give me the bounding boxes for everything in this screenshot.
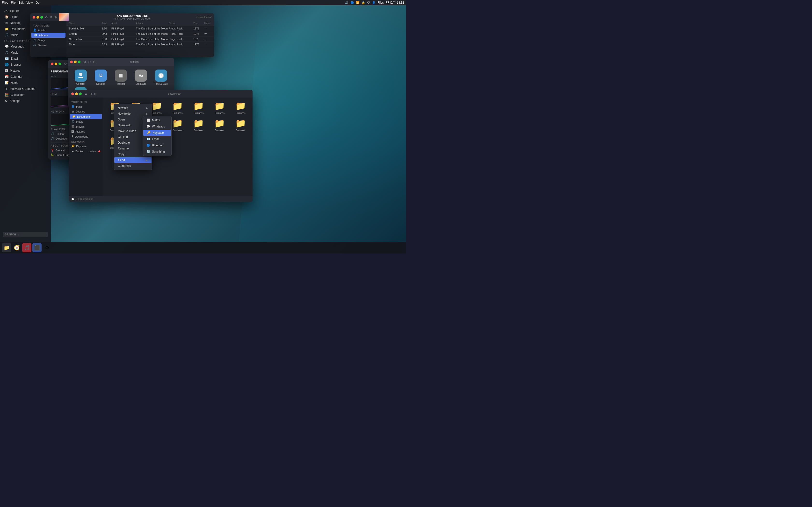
pictures-icon: 🖼 — [5, 69, 8, 72]
svg-point-3 — [79, 73, 83, 76]
fm-maximize-button[interactable] — [79, 93, 82, 95]
taskbar-browser-icon: 🧭 — [14, 245, 20, 250]
gear-icon[interactable]: ⚙ — [45, 15, 48, 19]
fm-nav-fwd[interactable]: ⊕ — [94, 92, 97, 96]
sysmon-maximize-button[interactable] — [58, 62, 61, 65]
send-bluetooth[interactable]: 🔵 Bluetooth — [143, 142, 171, 149]
list-item[interactable]: 📁Business — [231, 100, 250, 115]
list-item[interactable]: 📁Business — [168, 100, 187, 115]
music-genres[interactable]: 🎶 Genres — [30, 43, 66, 48]
menubar-left: Files File Edit View Go — [2, 1, 39, 4]
ctx-compress[interactable]: Compress — [114, 163, 152, 169]
fm-item-documents[interactable]: 📁 Documents — [70, 114, 102, 119]
send-email[interactable]: 📧 Email — [143, 136, 171, 142]
settings-language[interactable]: Aa Language — [132, 69, 150, 85]
music-close-button[interactable] — [33, 16, 35, 18]
list-item[interactable]: 📁Business — [210, 117, 229, 133]
list-item[interactable]: 📁Business — [189, 100, 208, 115]
table-row[interactable]: Time 6:53 Pink Floyd The Dark Side of th… — [66, 42, 214, 47]
settings-desktop[interactable]: 🖥 Desktop — [92, 69, 110, 85]
fm-minimize-button[interactable] — [75, 93, 78, 95]
taskbar-window[interactable]: ⬛ — [33, 243, 42, 252]
taskbar-settings[interactable]: ⚙ — [43, 243, 52, 252]
settings-time-date[interactable]: 🕐 Time & Date — [152, 69, 170, 85]
search-input[interactable] — [3, 232, 48, 237]
menu-file[interactable]: File — [11, 1, 15, 4]
sidebar-browser-label: Browser — [11, 63, 21, 66]
table-row[interactable]: Speak to Me 1:30 Pink Floyd The Dark Sid… — [66, 26, 214, 31]
fm-gear-icon[interactable]: ⚙ — [85, 92, 88, 96]
settings-general[interactable]: General — [71, 69, 90, 85]
fm-item-pictures[interactable]: 🖼 Pictures — [69, 129, 103, 134]
genres-icon: 🎶 — [33, 44, 37, 47]
table-row[interactable]: Breath 2:43 Pink Floyd The Dark Side of … — [66, 31, 214, 37]
shield-icon: 🛡 — [367, 1, 370, 4]
send-syncthing[interactable]: 🔄 Syncthing — [143, 149, 171, 155]
menu-view[interactable]: View — [27, 1, 33, 4]
sidebar-item-software-updates[interactable]: ⬆ Software & Updates — [1, 86, 50, 92]
fm-item-music[interactable]: 🎵 Music — [69, 119, 103, 124]
sysmon-gear-icon[interactable]: ⚙ — [64, 62, 67, 66]
sidebar-item-calendar[interactable]: 📅 Calendar — [1, 74, 50, 80]
your-files-label: YOUR FILES — [0, 8, 51, 14]
sidebar-item-browser[interactable]: 🌐 Browser — [1, 62, 50, 68]
fm-item-movies[interactable]: 🎬 Movies — [69, 124, 103, 129]
filemanager-statusbar: 💾 65GB remaining — [69, 196, 253, 202]
prev-icon[interactable]: ⊖ — [50, 15, 52, 19]
settings-close-button[interactable] — [70, 61, 73, 63]
settings-nav-fwd[interactable]: ⊕ — [93, 60, 95, 64]
music-minimize-button[interactable] — [37, 16, 39, 18]
send-whatsapp[interactable]: 💬 Whatsapp — [143, 123, 171, 130]
settings-maximize-button[interactable] — [78, 61, 81, 63]
ctx-send-arrow: ▶ — [146, 159, 148, 162]
fm-item-backup[interactable]: ☁ Backup 10 days — [69, 149, 103, 154]
fm-nav-back[interactable]: ⊖ — [89, 92, 92, 96]
music-songs[interactable]: 🎵 Songs — [30, 38, 66, 43]
music-sidebar: YOUR MUSIC 👤 Artists 💿 Albums 🎵 Songs 🎶 … — [30, 21, 66, 57]
fm-documents-icon: 📁 — [72, 115, 75, 118]
fm-item-keybase[interactable]: 🔑 Keybase — [69, 144, 103, 149]
documents-icon: 📁 — [5, 27, 9, 31]
desktop-label: Desktop — [96, 82, 105, 85]
folder-icon: 📁 — [214, 101, 225, 111]
list-item[interactable]: 📁Business — [210, 100, 229, 115]
settings-nav-back[interactable]: ⊖ — [88, 60, 91, 64]
send-submenu: ⬜ Matrix 💬 Whatsapp 🔑 Keybase 📧 Email 🔵 … — [143, 116, 171, 156]
ctx-send[interactable]: Send ▶ — [114, 157, 152, 163]
oldschool-icon: 🎵 — [51, 137, 54, 140]
music-maximize-button[interactable] — [40, 16, 43, 18]
sidebar-item-calculator[interactable]: 🧮 Calculator — [1, 92, 50, 98]
send-matrix[interactable]: ⬜ Matrix — [143, 117, 171, 123]
list-item[interactable]: 📁Business — [231, 117, 250, 133]
music-albums[interactable]: 💿 Albums — [31, 33, 65, 38]
calendar-icon: 📅 — [5, 75, 9, 78]
music-artists[interactable]: 👤 Artists — [30, 27, 66, 33]
ctx-new-file[interactable]: New file ▶ — [114, 105, 152, 111]
language-settings-icon: Aa — [135, 69, 147, 81]
music-icon: 🎵 — [5, 33, 9, 37]
menu-go[interactable]: Go — [36, 1, 39, 4]
taskbar-files[interactable]: 📁 — [2, 243, 11, 252]
settings-gear-icon[interactable]: ⚙ — [83, 60, 86, 64]
sysmon-close-button[interactable] — [51, 62, 53, 65]
send-keybase[interactable]: 🔑 Keybase — [143, 130, 171, 136]
sidebar-item-notes[interactable]: 📝 Notes — [1, 80, 50, 86]
settings-minimize-button[interactable] — [74, 61, 77, 63]
fm-item-desktop[interactable]: 🖥 Desktop — [69, 109, 103, 114]
settings-taskbar[interactable]: ⬜ Taskbar — [112, 69, 130, 85]
table-row[interactable]: On The Run 3:30 Pink Floyd The Dark Side… — [66, 37, 214, 42]
list-item[interactable]: 📁Business — [189, 117, 208, 133]
fm-item-downloads[interactable]: ⬇ Downloads — [69, 134, 103, 139]
next-icon[interactable]: ⊕ — [54, 15, 57, 19]
syncthing-icon: 🔄 — [146, 150, 150, 154]
menu-edit[interactable]: Edit — [18, 1, 24, 4]
fm-item-franz[interactable]: 👤 franz — [69, 104, 103, 109]
menu-files[interactable]: Files — [2, 1, 8, 4]
fm-close-button[interactable] — [71, 93, 74, 95]
sidebar-item-pictures[interactable]: 🖼 Pictures — [1, 68, 50, 74]
sidebar-item-settings[interactable]: ⚙ Settings — [1, 98, 50, 104]
taskbar-music[interactable]: 🎵 — [22, 243, 32, 252]
taskbar-browser[interactable]: 🧭 — [12, 243, 21, 252]
taskbar-settings-icon: ⚙ — [45, 245, 49, 250]
sysmon-minimize-button[interactable] — [55, 62, 57, 65]
